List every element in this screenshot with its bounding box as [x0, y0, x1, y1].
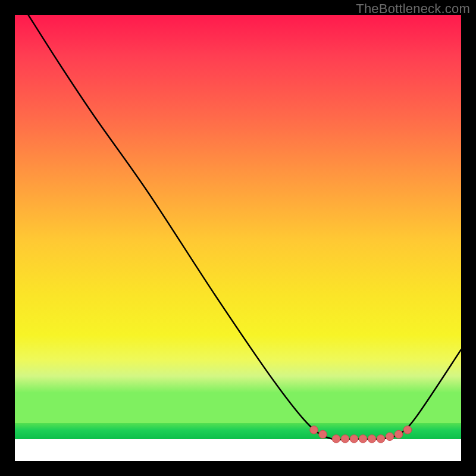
- bottleneck-curve: [29, 15, 462, 440]
- watermark-text: TheBottleneck.com: [356, 1, 470, 17]
- marker-dot: [319, 430, 327, 439]
- marker-dot: [394, 430, 403, 439]
- marker-dot: [368, 435, 376, 443]
- marker-dot: [359, 435, 367, 443]
- curve-svg: [15, 15, 461, 461]
- marker-dot: [310, 426, 318, 434]
- marker-dot: [350, 435, 358, 443]
- plot-area: [15, 15, 461, 461]
- marker-dot: [403, 426, 412, 434]
- chart-frame: TheBottleneck.com: [0, 0, 476, 476]
- marker-dot: [341, 435, 349, 443]
- marker-group: [310, 426, 412, 443]
- marker-dot: [332, 435, 340, 443]
- marker-dot: [377, 435, 385, 443]
- marker-dot: [386, 433, 394, 441]
- plot-outer: [15, 15, 461, 461]
